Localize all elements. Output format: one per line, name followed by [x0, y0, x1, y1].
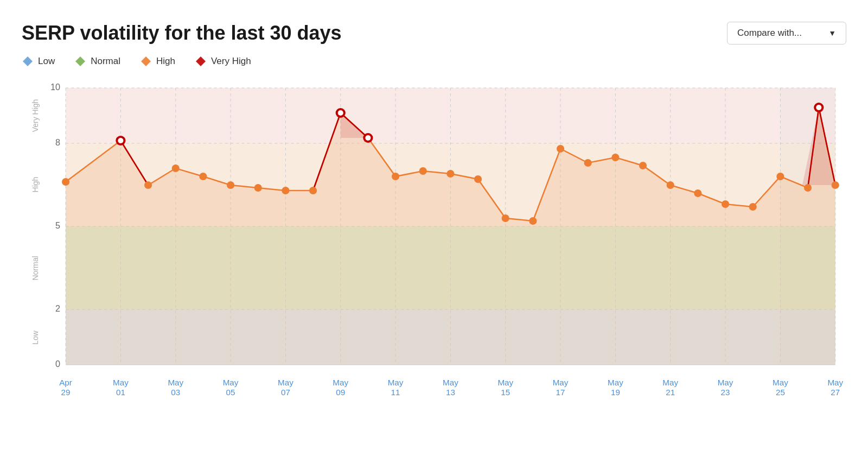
x-label-apr29: Apr [59, 378, 72, 387]
dot-may27-end [832, 181, 839, 189]
dot-may12 [419, 167, 427, 175]
chevron-down-icon: ▼ [828, 29, 836, 37]
x-label-may19b: 19 [611, 388, 620, 397]
x-label-may05b: 05 [226, 388, 235, 397]
x-label-may01: May [113, 378, 129, 387]
dot-may18 [584, 159, 592, 167]
dot-may08 [309, 187, 317, 194]
dot-may06 [254, 184, 262, 192]
legend-item-high: High [140, 55, 175, 67]
x-label-may01b: 01 [116, 388, 125, 397]
dot-may04 [199, 173, 207, 180]
x-label-may23b: 23 [721, 388, 730, 397]
dot-may02 [144, 181, 152, 189]
compare-dropdown[interactable]: Compare with... ▼ [727, 22, 846, 45]
x-label-may25b: 25 [776, 388, 785, 397]
very-high-icon [195, 55, 207, 67]
x-label-may09b: 09 [336, 388, 345, 397]
legend-item-very-high: Very High [195, 55, 251, 67]
y-label-2: 2 [55, 303, 60, 313]
legend-item-normal: Normal [74, 55, 120, 67]
dot-may17 [557, 145, 564, 153]
zone-label-very-high-y: Very High [31, 99, 40, 132]
normal-icon [74, 55, 86, 67]
x-label-may17: May [553, 378, 569, 387]
dot-may16 [529, 217, 537, 225]
x-label-apr29b: 29 [61, 388, 71, 397]
legend: Low Normal High Very High [22, 55, 846, 67]
dot-may13 [446, 170, 454, 178]
x-label-may11: May [388, 378, 404, 387]
dot-may21 [667, 181, 674, 189]
main-chart: 0 2 5 8 10 Low Normal High Very High [22, 77, 846, 403]
y-label-8: 8 [55, 137, 60, 147]
dot-may09-vh-inner [338, 110, 343, 116]
legend-label-very-high: Very High [211, 56, 251, 67]
dot-may11 [392, 173, 399, 180]
zone-label-normal: Normal [31, 256, 40, 280]
y-label-5: 5 [55, 220, 60, 230]
x-label-may15: May [497, 378, 513, 387]
dot-may07 [282, 187, 289, 194]
dot-may23 [722, 200, 729, 208]
x-label-may09: May [333, 378, 348, 387]
svg-marker-1 [75, 56, 85, 66]
svg-marker-3 [196, 56, 206, 66]
x-label-may23: May [718, 378, 733, 387]
page-title: SERP volatility for the last 30 days [22, 22, 342, 45]
dot-apr29 [62, 178, 69, 186]
x-label-may07: May [278, 378, 293, 387]
chart-area: 0 2 5 8 10 Low Normal High Very High [22, 77, 846, 403]
x-label-may05: May [223, 378, 239, 387]
x-label-may21b: 21 [666, 388, 675, 397]
dot-may22 [694, 189, 701, 197]
x-label-may03: May [168, 378, 183, 387]
legend-label-high: High [156, 56, 175, 67]
x-label-may11b: 11 [391, 388, 400, 397]
dot-may20 [639, 162, 647, 169]
x-label-may27b: 27 [831, 388, 840, 397]
dot-may14 [474, 175, 482, 183]
dot-may26 [804, 184, 812, 192]
zone-label-low: Low [31, 330, 40, 344]
x-label-may13b: 13 [446, 388, 455, 397]
dot-may03 [172, 164, 180, 172]
x-label-may21: May [662, 378, 678, 387]
x-label-may27: May [827, 378, 843, 387]
y-label-0: 0 [55, 359, 60, 369]
dot-may10-vh-inner [365, 135, 371, 141]
y-label-10: 10 [50, 82, 60, 92]
dot-may24 [749, 203, 757, 211]
compare-label: Compare with... [737, 28, 802, 39]
svg-marker-0 [23, 56, 33, 66]
x-label-may13: May [443, 378, 458, 387]
x-label-may03b: 03 [171, 388, 180, 397]
x-label-may15b: 15 [501, 388, 510, 397]
dot-may25 [776, 173, 784, 180]
legend-label-low: Low [38, 56, 55, 67]
dot-may27-vh-inner [816, 105, 821, 110]
svg-marker-2 [141, 56, 151, 66]
zone-label-high: High [31, 177, 40, 193]
x-label-may19: May [608, 378, 623, 387]
dot-may15 [502, 214, 509, 222]
dot-may01-vh-inner [118, 138, 123, 143]
legend-label-normal: Normal [91, 56, 120, 67]
x-label-may07b: 07 [281, 388, 290, 397]
low-icon [22, 55, 34, 67]
high-icon [140, 55, 152, 67]
x-label-may17b: 17 [556, 388, 565, 397]
dot-may19 [611, 154, 619, 161]
dot-may05 [227, 181, 234, 189]
legend-item-low: Low [22, 55, 55, 67]
x-label-may25: May [773, 378, 788, 387]
